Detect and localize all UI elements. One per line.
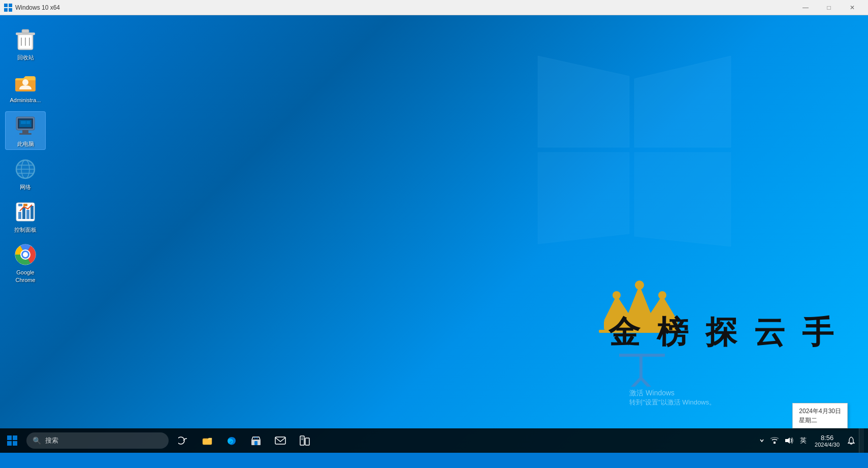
volume-tray-icon[interactable] [783, 428, 796, 453]
activate-line2: 转到"设置"以激活 Windows。 [629, 398, 716, 407]
svg-rect-53 [7, 441, 12, 446]
language-tray-item[interactable]: 英 [798, 428, 809, 453]
task-view-button[interactable] [171, 428, 195, 453]
clock-time: 8:56 [821, 434, 833, 442]
date-tooltip: 2024年4月30日 星期二 [792, 403, 848, 428]
svg-rect-33 [26, 121, 30, 124]
google-chrome-label: GoogleChrome [15, 269, 35, 284]
svg-marker-7 [634, 152, 731, 246]
window-icon [4, 4, 12, 12]
tooltip-date: 2024年4月30日 [799, 407, 841, 416]
google-chrome-icon[interactable]: GoogleChrome [5, 240, 46, 286]
this-pc-label: 此电脑 [17, 140, 34, 147]
control-panel-icon[interactable]: 控制面板 [5, 198, 46, 235]
svg-point-39 [16, 160, 35, 178]
tray-expand-button[interactable] [757, 428, 766, 453]
svg-rect-2 [4, 8, 8, 12]
svg-line-16 [641, 378, 658, 387]
clock-area[interactable]: 8:56 2024/4/30 [811, 428, 844, 453]
svg-rect-43 [26, 210, 29, 219]
svg-rect-58 [254, 441, 258, 445]
svg-rect-64 [774, 442, 776, 444]
close-button[interactable]: ✕ [841, 0, 864, 15]
search-box[interactable]: 🔍 搜索 [26, 432, 169, 449]
show-desktop-button[interactable] [859, 428, 864, 453]
store-button[interactable] [244, 428, 268, 453]
windows-logo-background [528, 46, 741, 259]
svg-rect-45 [18, 204, 22, 206]
notification-button[interactable] [846, 428, 857, 453]
svg-rect-51 [7, 435, 12, 440]
svg-point-50 [23, 252, 28, 257]
svg-point-12 [658, 291, 666, 299]
this-pc-image [13, 114, 38, 138]
svg-rect-41 [18, 212, 21, 219]
recycle-bin-icon[interactable]: 回收站 [5, 25, 46, 63]
svg-rect-60 [300, 436, 304, 445]
svg-marker-65 [785, 438, 790, 444]
tooltip-day: 星期二 [799, 416, 841, 425]
brand-text: 金 榜 探 云 手 [608, 311, 838, 354]
svg-rect-61 [305, 438, 309, 445]
svg-rect-46 [23, 204, 27, 206]
administrator-label: Administra... [10, 97, 41, 104]
svg-point-11 [635, 280, 644, 290]
mail-button[interactable] [268, 428, 293, 453]
svg-rect-44 [30, 206, 34, 219]
window-title: Windows 10 x64 [15, 4, 794, 11]
clock-date: 2024/4/30 [815, 442, 840, 448]
window-controls: — □ ✕ [794, 0, 864, 15]
svg-marker-5 [634, 56, 731, 147]
recycle-bin-label: 回收站 [17, 54, 34, 61]
svg-marker-4 [538, 56, 629, 147]
svg-rect-0 [4, 4, 8, 7]
svg-rect-52 [13, 435, 17, 440]
svg-rect-30 [19, 133, 31, 135]
svg-point-26 [22, 79, 28, 85]
this-pc-icon[interactable]: 此电脑 [5, 111, 46, 150]
svg-rect-59 [275, 437, 285, 444]
recycle-bin-image [13, 27, 38, 52]
svg-rect-32 [21, 121, 26, 124]
google-chrome-image [13, 242, 38, 267]
svg-rect-42 [22, 208, 25, 219]
search-icon: 🔍 [33, 436, 41, 445]
title-bar: Windows 10 x64 — □ ✕ [0, 0, 868, 15]
activate-line1: 激活 Windows [629, 389, 716, 398]
activate-watermark: 激活 Windows 转到"设置"以激活 Windows。 [629, 389, 716, 407]
taskbar: 🔍 搜索 [0, 428, 868, 453]
desktop-icon-area: 回收站 Administra... [0, 20, 51, 291]
svg-marker-6 [538, 152, 629, 244]
network-icon[interactable]: 网络 [5, 155, 46, 193]
svg-rect-29 [22, 130, 28, 133]
control-panel-image [13, 200, 38, 224]
desktop: 金 榜 探 云 手 回收站 [0, 15, 868, 453]
svg-rect-54 [13, 441, 17, 446]
svg-rect-1 [9, 4, 12, 7]
language-indicator: 英 [800, 436, 807, 445]
administrator-image [13, 70, 38, 95]
administrator-icon[interactable]: Administra... [5, 68, 46, 106]
search-placeholder: 搜索 [45, 436, 58, 445]
svg-point-10 [613, 291, 621, 299]
svg-rect-24 [22, 29, 29, 33]
network-label: 网络 [20, 183, 31, 191]
svg-line-15 [624, 378, 641, 387]
system-tray: 英 8:56 2024/4/30 [753, 428, 868, 453]
control-panel-label: 控制面板 [14, 226, 37, 233]
network-image [13, 157, 38, 181]
network-tray-icon[interactable] [768, 428, 781, 453]
svg-rect-3 [9, 8, 12, 12]
minimize-button[interactable]: — [794, 0, 817, 15]
maximize-button[interactable]: □ [817, 0, 841, 15]
extra-taskbar-button[interactable] [293, 428, 317, 453]
file-explorer-button[interactable] [195, 428, 219, 453]
start-button[interactable] [0, 428, 24, 453]
edge-browser-button[interactable] [219, 428, 244, 453]
